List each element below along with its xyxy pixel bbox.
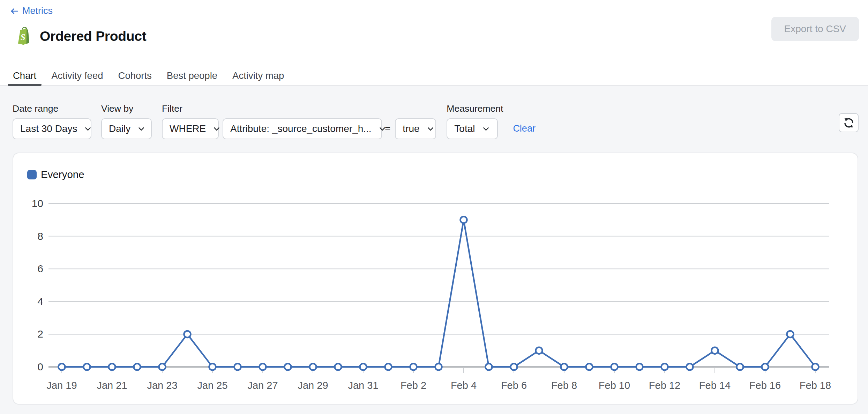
- svg-text:Jan 25: Jan 25: [197, 380, 227, 391]
- tab-chart[interactable]: Chart: [8, 66, 42, 86]
- filter-value-select[interactable]: true: [395, 118, 436, 139]
- svg-text:4: 4: [37, 296, 43, 307]
- svg-text:Feb 12: Feb 12: [649, 380, 680, 391]
- tab-best-people[interactable]: Best people: [162, 66, 223, 86]
- refresh-button[interactable]: [839, 113, 859, 132]
- line-chart[interactable]: 0246810Jan 19Jan 21Jan 23Jan 25Jan 27Jan…: [13, 186, 858, 403]
- svg-text:S: S: [21, 32, 25, 42]
- view-by-value: Daily: [109, 123, 130, 134]
- tab-bar: Chart Activity feed Cohorts Best people …: [8, 66, 289, 86]
- filter-label: Filter: [162, 103, 219, 114]
- svg-text:Jan 27: Jan 27: [247, 380, 278, 391]
- svg-text:Feb 6: Feb 6: [501, 380, 527, 391]
- legend-label: Everyone: [41, 169, 84, 180]
- tab-activity-map[interactable]: Activity map: [227, 66, 289, 86]
- view-by-select[interactable]: Daily: [101, 118, 152, 139]
- svg-text:Jan 21: Jan 21: [97, 380, 127, 391]
- chevron-down-icon: [426, 124, 435, 133]
- svg-text:10: 10: [32, 198, 43, 209]
- back-link-label: Metrics: [22, 6, 53, 16]
- chevron-down-icon: [481, 124, 491, 133]
- measurement-select[interactable]: Total: [447, 118, 498, 139]
- filter-operator-value: WHERE: [170, 123, 206, 134]
- date-range-group: Date range Last 30 Days: [13, 103, 91, 139]
- refresh-sync-icon: [843, 117, 855, 129]
- svg-text:Feb 10: Feb 10: [599, 380, 630, 391]
- filter-attribute-select[interactable]: Attribute: _source_customer_h...: [223, 118, 382, 139]
- tab-activity-feed[interactable]: Activity feed: [46, 66, 108, 86]
- back-arrow-icon: [9, 6, 19, 16]
- filter-operator-group: Filter WHERE: [162, 103, 219, 139]
- svg-text:Jan 29: Jan 29: [298, 380, 328, 391]
- svg-text:2: 2: [37, 328, 43, 340]
- measurement-value: Total: [454, 123, 475, 134]
- tab-cohorts[interactable]: Cohorts: [113, 66, 157, 86]
- title-row: S Ordered Product: [17, 27, 146, 46]
- page-header: Metrics S Ordered Product Export to CSV …: [0, 0, 868, 86]
- svg-text:Feb 2: Feb 2: [401, 380, 426, 391]
- chart-card: Everyone 0246810Jan 19Jan 21Jan 23Jan 25…: [13, 153, 858, 405]
- svg-text:Jan 31: Jan 31: [348, 380, 378, 391]
- filter-attribute-group: Attribute: _source_customer_h...: [223, 118, 382, 139]
- view-by-group: View by Daily: [101, 103, 152, 139]
- svg-text:Jan 19: Jan 19: [46, 380, 77, 391]
- chevron-down-icon: [83, 124, 92, 133]
- legend-swatch: [27, 170, 37, 179]
- page-title: Ordered Product: [40, 29, 146, 44]
- svg-text:6: 6: [37, 263, 43, 274]
- filter-value-group: true: [395, 118, 436, 139]
- filter-value: true: [403, 123, 419, 134]
- shopify-bag-icon: S: [17, 27, 33, 46]
- svg-text:8: 8: [37, 230, 43, 242]
- measurement-group: Measurement Total: [447, 103, 503, 139]
- filter-attribute-value: Attribute: _source_customer_h...: [230, 123, 372, 134]
- equals-operator: =: [385, 118, 390, 139]
- date-range-select[interactable]: Last 30 Days: [13, 118, 91, 139]
- svg-text:Feb 18: Feb 18: [800, 380, 831, 391]
- chevron-down-icon: [212, 124, 221, 133]
- clear-filter-link[interactable]: Clear: [513, 123, 536, 134]
- view-by-label: View by: [101, 103, 152, 114]
- filter-operator-select[interactable]: WHERE: [162, 118, 219, 139]
- back-link[interactable]: Metrics: [9, 6, 53, 16]
- svg-text:Feb 14: Feb 14: [699, 380, 731, 391]
- svg-text:Feb 16: Feb 16: [749, 380, 781, 391]
- content-area: Date range Last 30 Days View by Daily Fi…: [0, 86, 868, 414]
- filter-bar: Date range Last 30 Days View by Daily Fi…: [13, 103, 833, 139]
- svg-text:Feb 8: Feb 8: [551, 380, 577, 391]
- svg-text:Feb 4: Feb 4: [451, 380, 477, 391]
- date-range-value: Last 30 Days: [20, 123, 77, 134]
- svg-text:0: 0: [37, 361, 43, 372]
- date-range-label: Date range: [13, 103, 91, 114]
- export-csv-button[interactable]: Export to CSV: [771, 17, 859, 41]
- chevron-down-icon: [137, 124, 146, 133]
- svg-text:Jan 23: Jan 23: [147, 380, 177, 391]
- measurement-label: Measurement: [447, 103, 503, 114]
- chart-legend: Everyone: [27, 169, 84, 180]
